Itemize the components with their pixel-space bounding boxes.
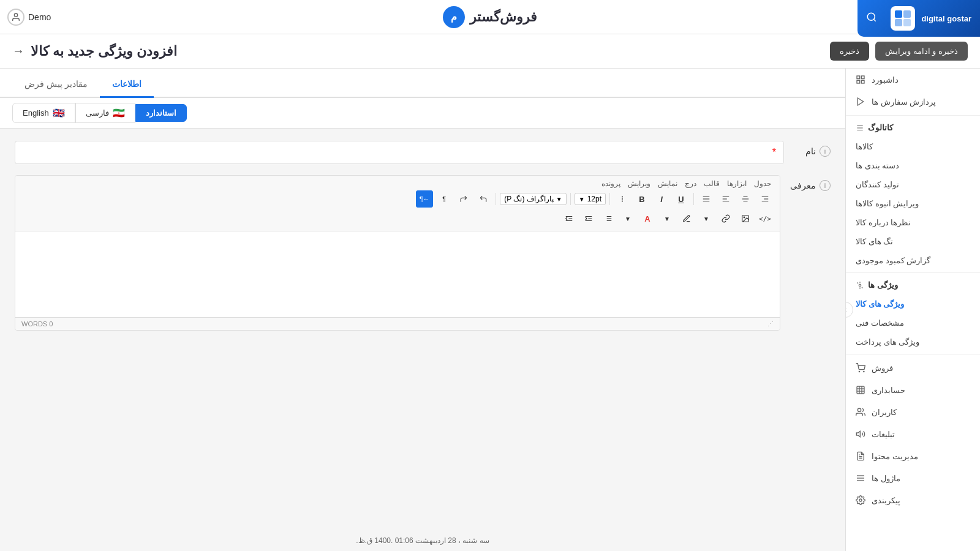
demo-user[interactable]: Demo (7, 9, 51, 26)
catalog-section-header[interactable]: کاتالوگ (846, 118, 980, 137)
link-dropdown-button[interactable]: ▼ (698, 210, 715, 227)
sidebar-item-modules[interactable]: ماژول ها (846, 467, 980, 489)
ads-icon (856, 429, 865, 439)
align-right-button[interactable] (756, 190, 774, 208)
svg-rect-6 (895, 10, 902, 18)
sidebar-item-product-features[interactable]: ویژگی های کالا (846, 294, 980, 313)
italic-button[interactable]: I (653, 190, 670, 208)
sidebar-item-orders[interactable]: پردازش سفارش ها (846, 91, 980, 113)
sidebar-item-users[interactable]: کاربران (846, 401, 980, 423)
persian-label: فارسی (86, 108, 109, 118)
lang-tab-standard[interactable]: استاندارد (135, 104, 187, 122)
digital-gostar-text: digital gostar (921, 14, 971, 23)
toolbar-menu-darj[interactable]: درج (682, 179, 699, 188)
toolbar-menu-virayesh[interactable]: ویرایش (625, 179, 653, 188)
redo-button[interactable] (455, 190, 472, 208)
resize-handle[interactable]: ⋱ (766, 320, 774, 328)
toolbar-menu-abzarha[interactable]: ابزارها (725, 179, 749, 188)
sidebar-item-design[interactable]: پیکربندی (846, 489, 980, 511)
toolbar-menu-jadwal[interactable]: جدول (752, 179, 774, 188)
more-button[interactable] (614, 190, 631, 208)
sidebar-divider-2 (846, 272, 980, 273)
features-section-header[interactable]: ویژگی ها (846, 276, 980, 294)
name-info-icon[interactable]: i (820, 146, 831, 157)
image-button[interactable] (737, 210, 754, 227)
save-edit-button[interactable]: ذخیره و ادامه ویرایش (875, 42, 968, 61)
list-ul-button[interactable] (600, 210, 617, 227)
underline-button[interactable]: U (673, 190, 690, 208)
text-color-dropdown-button[interactable]: ▼ (619, 210, 636, 227)
sidebar-item-bulk-edit[interactable]: ویرایش انبوه کالاها (846, 194, 980, 213)
lang-tabs: استاندارد 🇮🇷 فارسی 🇬🇧 English (0, 98, 845, 129)
design-label: پیکربندی (872, 496, 900, 505)
products-label: کالاها (856, 142, 873, 151)
sidebar-item-categories[interactable]: دسته بندی ها (846, 156, 980, 175)
sidebar-item-tech-specs[interactable]: مشخصات فنی (846, 313, 980, 332)
paragraph-dropdown-icon: ▼ (556, 196, 562, 203)
categories-label: دسته بندی ها (856, 161, 899, 170)
editor-footer: ⋱ WORDS 0 (15, 317, 780, 330)
justify-button[interactable] (698, 190, 715, 208)
sidebar-item-sales[interactable]: فروش (846, 357, 980, 379)
indent-button[interactable] (580, 210, 597, 227)
desc-info-icon[interactable]: i (820, 180, 831, 191)
accounting-label: حسابداری (872, 386, 905, 395)
font-size-select[interactable]: 12pt ▼ (575, 193, 606, 205)
svg-rect-12 (857, 76, 860, 79)
sidebar-item-accounting[interactable]: حسابداری (846, 379, 980, 401)
sidebar-item-payment-features[interactable]: ویژگی های پرداخت (846, 332, 980, 351)
standard-label: استاندارد (146, 108, 176, 118)
editor-body[interactable] (15, 231, 780, 317)
tags-label: تگ های کالا (856, 237, 893, 246)
sales-label: فروش (872, 364, 893, 373)
tab-defaults[interactable]: مقادیر پیش فرض (12, 72, 100, 98)
paragraph-select[interactable]: ▼ پاراگراف (تگ P) (500, 193, 567, 205)
accounting-icon (856, 385, 865, 395)
tab-information[interactable]: اطلاعات (100, 72, 154, 98)
lang-tab-english[interactable]: 🇬🇧 English (12, 103, 75, 123)
ltr-rtl-button[interactable]: ¶ (435, 190, 453, 208)
text-color-button[interactable]: A (639, 210, 656, 227)
toolbar-menu-ghalab[interactable]: قالب (701, 179, 722, 188)
search-icon[interactable] (866, 12, 877, 26)
name-label: i نام (794, 141, 831, 157)
svg-line-21 (862, 287, 863, 288)
align-center-button[interactable] (737, 190, 754, 208)
sidebar-item-dashboard[interactable]: داشبورد (846, 69, 980, 91)
bold-button[interactable]: B (633, 190, 650, 208)
outdent-button[interactable] (560, 210, 578, 227)
english-label: English (23, 108, 49, 118)
sidebar-item-products[interactable]: کالاها (846, 137, 980, 156)
required-star: * (772, 147, 776, 158)
main-layout: › داشبورد پردازش سفارش ها کاتالوگ کالا (0, 69, 980, 551)
code-button[interactable]: </> (756, 210, 774, 227)
toolbar-menu-namayesh[interactable]: نمایش (655, 179, 680, 188)
name-input-wrapper: * (15, 141, 784, 164)
sidebar-item-manufacturers[interactable]: تولید کنندگان (846, 175, 980, 194)
link-button[interactable] (717, 210, 734, 227)
toolbar-menu-parvande[interactable]: پرونده (599, 179, 623, 188)
ads-label: تبلیغات (872, 430, 895, 439)
digital-gostar-logo (891, 6, 915, 31)
name-input[interactable] (23, 148, 772, 157)
catalog-label: کاتالوگ (868, 123, 893, 132)
sidebar-item-reviews[interactable]: نظرها درباره کالا (846, 213, 980, 232)
highlight-dropdown-button[interactable]: ▼ (658, 210, 676, 227)
sidebar-item-content[interactable]: مدیریت محتوا (846, 445, 980, 467)
rtl-button[interactable]: ¶← (416, 190, 433, 208)
sidebar-item-stock-report[interactable]: گزارش کمبود موجودی (846, 251, 980, 270)
svg-point-23 (864, 371, 864, 372)
paragraph-value: پاراگراف (تگ P) (504, 195, 554, 203)
align-left-button[interactable] (717, 190, 734, 208)
sidebar-item-ads[interactable]: تبلیغات (846, 423, 980, 445)
lang-tab-persian[interactable]: 🇮🇷 فارسی (75, 103, 135, 123)
sidebar-item-tags[interactable]: تگ های کالا (846, 232, 980, 251)
svg-rect-8 (895, 19, 902, 26)
svg-rect-24 (857, 386, 864, 394)
design-icon (856, 495, 865, 505)
undo-button[interactable] (475, 190, 492, 208)
svg-point-4 (14, 13, 17, 17)
highlight-button[interactable] (678, 210, 695, 227)
save-button[interactable]: ذخیره (830, 42, 869, 61)
sidebar-orders-label: پردازش سفارش ها (872, 97, 936, 107)
